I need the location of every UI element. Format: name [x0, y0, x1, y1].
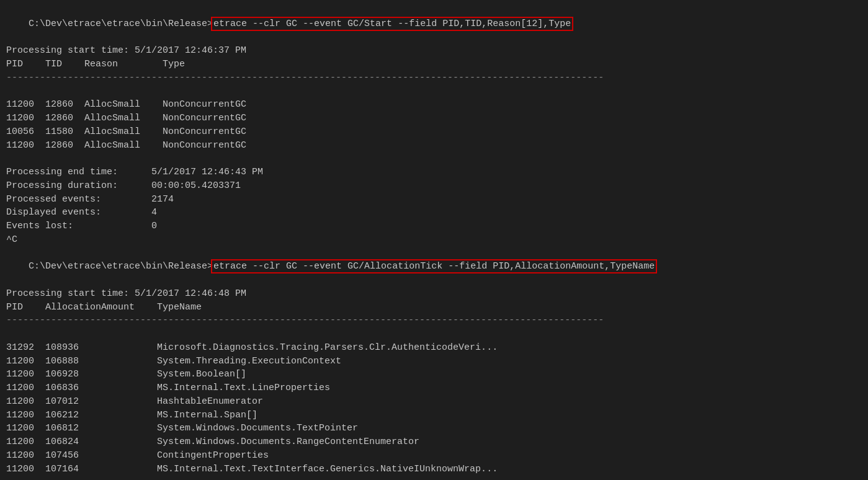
section1-stat-0: Processing end time: 5/1/2017 12:46:43 P…: [6, 166, 862, 179]
section2-row-3: 11200 106836 MS.Internal.Text.LineProper…: [6, 381, 862, 395]
section2-row-2: 11200 106928 System.Boolean[]: [6, 368, 862, 381]
terminal-container: C:\Dev\etrace\etrace\bin\Release>etrace …: [6, 4, 862, 476]
section2-row-4: 11200 107012 HashtableEnumerator: [6, 395, 862, 409]
section2-headers: PID AllocationAmount TypeName: [6, 301, 862, 314]
section2-row-5: 11200 106212 MS.Internal.Span[]: [6, 409, 862, 422]
section1-stat-3: Displayed events: 4: [6, 206, 862, 220]
section2-row-8: 11200 107456 ContingentProperties: [6, 449, 862, 463]
section1-stat-4: Events lost: 0: [6, 220, 862, 233]
section2-start-time: Processing start time: 5/1/2017 12:46:48…: [6, 287, 862, 301]
section2-row-1: 11200 106888 System.Threading.ExecutionC…: [6, 355, 862, 368]
section2-separator: ----------------------------------------…: [6, 314, 862, 327]
section2-empty-1: [6, 327, 862, 341]
section2-row-6: 11200 106812 System.Windows.Documents.Te…: [6, 422, 862, 435]
section1-separator: ----------------------------------------…: [6, 71, 862, 85]
section1-stat-2: Processed events: 2174: [6, 193, 862, 207]
section1-stat-1: Processing duration: 00:00:05.4203371: [6, 179, 862, 193]
command-1: etrace --clr GC --event GC/Start --field…: [213, 19, 571, 29]
section1-prompt-line: C:\Dev\etrace\etrace\bin\Release>etrace …: [6, 4, 862, 44]
prompt-path-2: C:\Dev\etrace\etrace\bin\Release>: [29, 261, 213, 272]
section1-row-1: 11200 12860 AllocSmall NonConcurrentGC: [6, 98, 862, 112]
section1-row-2: 11200 12860 AllocSmall NonConcurrentGC: [6, 112, 862, 125]
command-2: etrace --clr GC --event GC/AllocationTic…: [213, 261, 655, 272]
ctrl-c: ^C: [6, 233, 862, 247]
section1-row-3: 10056 11580 AllocSmall NonConcurrentGC: [6, 125, 862, 139]
section2-prompt-line: C:\Dev\etrace\etrace\bin\Release>etrace …: [6, 247, 862, 287]
section1-start-time: Processing start time: 5/1/2017 12:46:37…: [6, 44, 862, 58]
section1-empty-1: [6, 85, 862, 99]
section2-rows: 31292 108936 Microsoft.Diagnostics.Traci…: [6, 341, 862, 476]
section2-row-0: 31292 108936 Microsoft.Diagnostics.Traci…: [6, 341, 862, 355]
section1-empty-2: [6, 152, 862, 166]
prompt-path-1: C:\Dev\etrace\etrace\bin\Release>: [29, 19, 213, 29]
section2-row-9: 11200 107164 MS.Internal.Text.TextInterf…: [6, 463, 862, 476]
section1-headers: PID TID Reason Type: [6, 58, 862, 71]
section2-row-7: 11200 106824 System.Windows.Documents.Ra…: [6, 435, 862, 449]
section1-row-4: 11200 12860 AllocSmall NonConcurrentGC: [6, 139, 862, 153]
